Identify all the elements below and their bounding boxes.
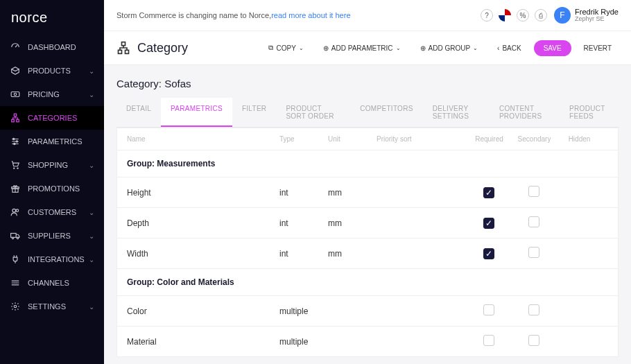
chevron-down-icon: ⌄: [473, 45, 478, 51]
tab-delivery-settings[interactable]: DELIVERY SETTINGS: [423, 98, 490, 127]
svg-rect-14: [11, 234, 17, 238]
nav-suppliers[interactable]: SUPPLIERS ⌄: [0, 224, 104, 248]
back-button[interactable]: ‹BACK: [490, 40, 528, 56]
col-required: Required: [467, 135, 512, 143]
category-heading: Category: Sofas: [116, 78, 619, 89]
copy-button[interactable]: ⧉COPY⌄: [261, 40, 310, 56]
col-hidden: Hidden: [557, 135, 602, 143]
main: Storm Commerce is changing name to Norce…: [104, 0, 631, 364]
nav-categories[interactable]: CATEGORIES: [0, 106, 104, 130]
svg-point-1: [14, 93, 17, 96]
nav-label: CHANNELS: [28, 279, 69, 287]
chevron-down-icon: ⌄: [89, 303, 94, 311]
nav-products[interactable]: PRODUCTS ⌄: [0, 59, 104, 83]
sitemap-icon: [116, 41, 130, 55]
page-header: Category ⧉COPY⌄ ⊕ADD PARAMETRIC⌄ ⊕ADD GR…: [104, 31, 631, 65]
nav-label: CATEGORIES: [28, 114, 77, 122]
tab-product-feeds[interactable]: PRODUCT FEEDS: [560, 98, 619, 127]
chevron-left-icon: ‹: [497, 44, 499, 52]
box-icon: [10, 65, 21, 76]
chevron-down-icon: ⌄: [89, 162, 94, 169]
nav-shopping[interactable]: SHOPPING ⌄: [0, 153, 104, 177]
col-unit: Unit: [328, 135, 377, 143]
tab-detail[interactable]: DETAIL: [116, 98, 161, 127]
announcement-link[interactable]: read more about it here: [271, 11, 350, 19]
col-priority: Priority sort: [377, 135, 467, 143]
svg-point-16: [17, 237, 18, 239]
nav-customers[interactable]: CUSTOMERS ⌄: [0, 200, 104, 224]
tab-competitors[interactable]: COMPETITORS: [350, 98, 422, 127]
help-icon[interactable]: ?: [481, 9, 493, 21]
nav-label: PARAMETRICS: [28, 137, 83, 146]
sitemap-icon: [10, 112, 21, 123]
sidebar: norce DASHBOARD PRODUCTS ⌄ PRICING ⌄ CAT…: [0, 0, 104, 364]
save-button[interactable]: SAVE: [534, 40, 571, 56]
avatar[interactable]: F: [554, 7, 571, 24]
content: Category: Sofas DETAIL PARAMETRICS FILTE…: [104, 65, 631, 364]
required-checkbox[interactable]: ✓: [483, 248, 494, 259]
secondary-checkbox[interactable]: [528, 216, 539, 227]
secondary-checkbox[interactable]: [528, 304, 539, 315]
secondary-checkbox[interactable]: [528, 186, 539, 197]
nav-promotions[interactable]: PROMOTIONS: [0, 177, 104, 200]
locale-icon[interactable]: [499, 9, 511, 21]
parametrics-panel: Name Type Unit Priority sort Required Se…: [116, 128, 619, 357]
tab-content-providers[interactable]: CONTENT PROVIDERS: [490, 98, 560, 127]
svg-point-9: [17, 168, 18, 168]
layers-icon: [10, 277, 21, 288]
nav-channels[interactable]: CHANNELS: [0, 271, 104, 295]
cart-icon: [10, 159, 21, 171]
nav-dashboard[interactable]: DASHBOARD: [0, 35, 104, 59]
truck-icon: [10, 230, 21, 241]
money-icon: [10, 89, 21, 100]
nav-settings[interactable]: SETTINGS ⌄: [0, 295, 104, 318]
nav-parametrics[interactable]: PARAMETRICS: [0, 130, 104, 153]
col-secondary: Secondary: [512, 135, 557, 143]
add-parametric-button[interactable]: ⊕ADD PARAMETRIC⌄: [316, 40, 408, 56]
required-checkbox[interactable]: [483, 304, 494, 315]
svg-rect-2: [14, 114, 17, 116]
add-group-button[interactable]: ⊕ADD GROUP⌄: [413, 40, 485, 56]
tab-filter[interactable]: FILTER: [232, 98, 277, 127]
tab-parametrics[interactable]: PARAMETRICS: [161, 98, 232, 127]
table-row: Depth int mm ✓: [117, 207, 618, 238]
nav-label: PROMOTIONS: [28, 184, 80, 193]
revert-button[interactable]: REVERT: [577, 40, 619, 56]
gift-icon: [10, 183, 21, 194]
chevron-down-icon: ⌄: [299, 45, 304, 51]
svg-rect-4: [17, 119, 19, 122]
chevron-down-icon: ⌄: [89, 232, 94, 240]
nav-integrations[interactable]: INTEGRATIONS ⌄: [0, 248, 104, 271]
secondary-checkbox[interactable]: [528, 247, 539, 258]
svg-point-12: [12, 209, 16, 212]
announcement-text: Storm Commerce is changing name to Norce…: [116, 11, 271, 19]
table-header: Name Type Unit Priority sort Required Se…: [117, 128, 618, 150]
col-name: Name: [127, 135, 279, 143]
copy-icon: ⧉: [268, 44, 273, 52]
svg-point-13: [16, 209, 19, 212]
chevron-down-icon: ⌄: [396, 45, 401, 51]
table-row: Material multiple: [117, 326, 618, 356]
table-row: Height int mm ✓: [117, 177, 618, 207]
user-block[interactable]: Fredrik Ryde Zephyr SE: [575, 8, 619, 23]
nav-label: PRODUCTS: [28, 67, 71, 75]
topbar: Storm Commerce is changing name to Norce…: [104, 0, 631, 31]
chevron-down-icon: ⌄: [89, 256, 94, 263]
tab-product-sort-order[interactable]: PRODUCT SORT ORDER: [276, 98, 350, 127]
required-checkbox[interactable]: ✓: [483, 218, 494, 229]
required-checkbox[interactable]: [483, 335, 494, 346]
nav-label: PRICING: [28, 90, 60, 98]
chevron-down-icon: ⌄: [89, 67, 94, 75]
logo: norce: [0, 0, 104, 35]
required-checkbox[interactable]: ✓: [483, 187, 494, 198]
svg-rect-19: [119, 50, 122, 53]
nav-pricing[interactable]: PRICING ⌄: [0, 83, 104, 106]
percent-icon[interactable]: %: [517, 9, 529, 21]
print-icon[interactable]: ⎙: [535, 9, 547, 21]
chevron-down-icon: ⌄: [89, 91, 94, 98]
secondary-checkbox[interactable]: [528, 335, 539, 346]
table-row: Color multiple: [117, 295, 618, 326]
nav-label: SHOPPING: [28, 161, 68, 169]
svg-rect-18: [122, 42, 126, 46]
col-type: Type: [279, 135, 328, 143]
